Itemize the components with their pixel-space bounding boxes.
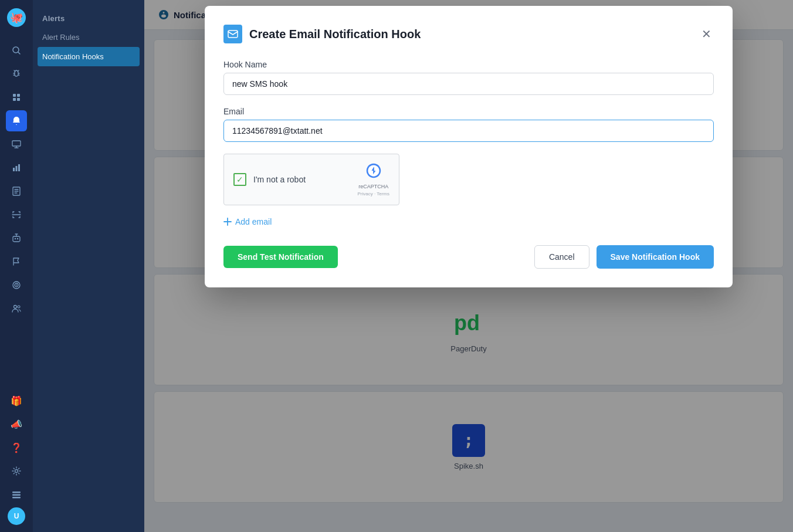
target-icon[interactable]	[6, 275, 27, 296]
svg-rect-22	[12, 494, 21, 496]
bug-icon[interactable]	[6, 63, 27, 84]
search-icon[interactable]	[6, 40, 27, 61]
svg-text:🐙: 🐙	[10, 11, 23, 24]
svg-point-14	[17, 238, 18, 239]
hook-name-group: Hook Name	[223, 60, 714, 95]
megaphone-icon[interactable]: 📣	[6, 414, 27, 435]
modal-overlay: Create Email Notification Hook ✕ Hook Na…	[144, 0, 793, 532]
logs-icon[interactable]	[6, 181, 27, 202]
svg-rect-5	[13, 98, 16, 101]
send-test-button[interactable]: Send Test Notification	[223, 246, 338, 268]
svg-rect-9	[16, 166, 18, 171]
sidebar: 🐙	[0, 0, 33, 532]
help-icon[interactable]: ❓	[6, 437, 27, 458]
svg-point-17	[16, 284, 17, 286]
email-input[interactable]	[223, 120, 714, 142]
footer-right: Cancel Save Notification Hook	[534, 245, 714, 269]
main-content: Notification Hooks Custom	[144, 0, 793, 532]
modal-title: Create Email Notification Hook	[249, 28, 692, 41]
grid-icon[interactable]	[6, 87, 27, 108]
svg-rect-8	[13, 168, 15, 171]
svg-rect-7	[12, 141, 21, 146]
settings-group-icon[interactable]	[6, 460, 27, 482]
team-icon[interactable]	[6, 298, 27, 319]
alerts-icon[interactable]	[6, 110, 27, 131]
nav-panel: Alerts Alert Rules Notification Hooks	[33, 0, 144, 532]
nav-section-title: Alerts	[33, 9, 144, 28]
bot-icon[interactable]	[6, 228, 27, 249]
svg-point-18	[14, 306, 17, 309]
svg-rect-36	[228, 31, 238, 38]
svg-point-13	[15, 238, 16, 239]
captcha-left: ✓ I'm not a robot	[233, 173, 306, 186]
email-group: Email	[223, 107, 714, 142]
avatar[interactable]: U	[8, 507, 25, 525]
svg-rect-12	[13, 236, 20, 242]
monitor-icon[interactable]	[6, 134, 27, 155]
hook-name-label: Hook Name	[223, 60, 714, 69]
modal-email-icon	[223, 25, 242, 43]
svg-point-19	[18, 306, 20, 308]
hook-name-input[interactable]	[223, 73, 714, 95]
save-button[interactable]: Save Notification Hook	[597, 245, 714, 269]
scan-icon[interactable]	[6, 204, 27, 225]
svg-rect-3	[13, 94, 16, 97]
svg-rect-23	[12, 497, 21, 499]
svg-point-20	[15, 470, 18, 473]
sidebar-bottom: 🎁 📣 ❓ U	[6, 390, 27, 525]
svg-rect-4	[17, 94, 20, 97]
modal-header: Create Email Notification Hook ✕	[223, 25, 714, 43]
cancel-button[interactable]: Cancel	[534, 245, 589, 269]
email-label: Email	[223, 107, 714, 116]
captcha-box[interactable]: ✓ I'm not a robot reCAPTCHA Privacy · Te…	[223, 154, 399, 205]
captcha-checkbox[interactable]: ✓	[233, 173, 246, 186]
app-logo[interactable]: 🐙	[6, 7, 27, 28]
create-hook-modal: Create Email Notification Hook ✕ Hook Na…	[205, 6, 733, 287]
chart-icon[interactable]	[6, 157, 27, 178]
add-email-label: Add email	[235, 217, 272, 226]
svg-rect-6	[17, 98, 20, 101]
flag-icon[interactable]	[6, 251, 27, 272]
captcha-brand: reCAPTCHA	[358, 184, 388, 190]
svg-rect-21	[12, 492, 21, 493]
gift-icon[interactable]: 🎁	[6, 390, 27, 411]
svg-rect-10	[18, 164, 20, 171]
config-icon[interactable]	[6, 484, 27, 505]
nav-item-alert-rules[interactable]: Alert Rules	[33, 28, 144, 47]
captcha-right: reCAPTCHA Privacy · Terms	[357, 162, 389, 196]
add-email-button[interactable]: Add email document.currentScript.previou…	[223, 217, 272, 226]
nav-item-notification-hooks[interactable]: Notification Hooks	[38, 47, 140, 66]
modal-footer: Send Test Notification Cancel Save Notif…	[223, 245, 714, 269]
recaptcha-logo	[365, 162, 382, 182]
captcha-label: I'm not a robot	[253, 175, 306, 184]
captcha-links: Privacy · Terms	[357, 191, 389, 196]
close-button[interactable]: ✕	[699, 26, 714, 42]
